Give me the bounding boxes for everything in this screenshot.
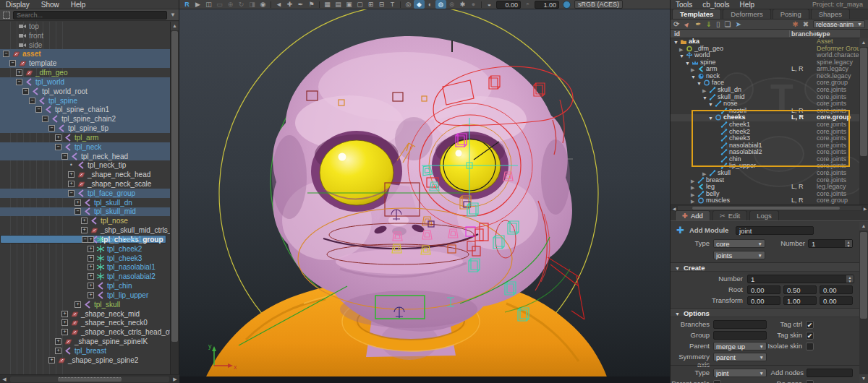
outliner-item-_shape_spine_spine2[interactable]: +_shape_spine_spine2 <box>0 356 171 365</box>
collapse-icon[interactable]: − <box>42 116 48 122</box>
parent-scale-checkbox[interactable] <box>713 380 721 383</box>
rocket-icon[interactable]: ▲ <box>682 19 693 30</box>
outliner-item-tpl_world_root[interactable]: −tpl_world_root <box>0 87 171 96</box>
type-select[interactable]: core▼ <box>713 239 765 248</box>
texture-view-icon[interactable]: T <box>387 0 398 9</box>
outliner-item-side[interactable]: side <box>0 40 171 50</box>
module-name-input[interactable]: joint <box>736 226 814 235</box>
scroll-up-icon[interactable]: ▲ <box>171 22 179 30</box>
outliner-item-tpl_cheek3[interactable]: +tpl_cheek3 <box>0 254 171 263</box>
scroll-left-icon[interactable]: ◀ <box>0 376 9 382</box>
root-y-input[interactable]: 0.50 <box>783 285 817 294</box>
paint-tool-icon[interactable]: ✒ <box>295 0 306 9</box>
duplicate-icon[interactable]: ❏ <box>725 20 731 29</box>
expand-icon[interactable]: + <box>55 134 61 141</box>
outliner-item-tpl_cheek1[interactable]: +tpl_cheek1 <box>0 235 171 244</box>
root-x-input[interactable]: 0.00 <box>747 285 780 294</box>
gamma-icon[interactable]: ◓ <box>522 0 533 9</box>
expand-icon[interactable]: + <box>81 227 88 233</box>
expand-icon[interactable]: + <box>75 301 81 308</box>
outliner-item-_shape_neck_head[interactable]: +_shape_neck_head <box>0 170 171 179</box>
3d-scene[interactable]: y x <box>179 9 671 383</box>
expand-icon[interactable]: + <box>61 329 68 335</box>
import-icon[interactable]: ⇓ <box>706 20 712 29</box>
branches-input[interactable] <box>713 320 767 329</box>
viewport[interactable]: R▶◫▭⊕↻◨◉◄✚✒⚑▦▤▣▢⊞⊟T◎◆◐◍⊗✱●◒0.00◓1.00sRGB… <box>179 0 671 383</box>
resolution-gate-icon[interactable]: ⊕ <box>225 0 236 9</box>
column-type[interactable]: type <box>817 30 830 38</box>
expand-icon[interactable]: + <box>88 236 94 243</box>
column-id[interactable]: id <box>674 30 680 38</box>
tab-posing[interactable]: Posing <box>773 9 809 19</box>
outliner-item-tpl_spine_chain1[interactable]: −tpl_spine_chain1 <box>0 105 171 114</box>
tab-templates[interactable]: Templates <box>672 9 721 19</box>
expand-icon[interactable]: + <box>88 283 94 289</box>
expand-icon[interactable]: + <box>75 199 81 206</box>
expand-icon[interactable]: + <box>68 181 75 187</box>
outliner-item-tpl_skull_mid[interactable]: −tpl_skull_mid <box>0 207 171 217</box>
gate-mask-icon[interactable]: ◨ <box>247 0 258 9</box>
expand-icon[interactable]: + <box>61 311 68 317</box>
scroll-right-icon[interactable]: ▶ <box>171 376 179 382</box>
do-pose-checkbox[interactable] <box>806 380 814 383</box>
expand-icon[interactable]: + <box>55 348 61 354</box>
tab-shapes[interactable]: Shapes <box>811 9 850 19</box>
bug-icon[interactable]: ✱ <box>792 20 798 29</box>
search-input[interactable] <box>13 11 167 20</box>
add-nodes-input[interactable] <box>807 369 853 377</box>
expand-icon[interactable]: + <box>48 357 55 363</box>
outliner-item-tpl_spine_chain2[interactable]: −tpl_spine_chain2 <box>0 114 171 124</box>
collapse-icon[interactable]: − <box>16 79 22 85</box>
menu-cb_tools[interactable]: cb_tools <box>702 1 729 9</box>
dof-icon[interactable]: ● <box>468 0 479 9</box>
outliner-item-tpl_neck[interactable]: −tpl_neck <box>0 142 171 152</box>
collapse-icon[interactable]: − <box>61 153 68 160</box>
root-z-input[interactable]: 0.00 <box>820 285 853 294</box>
outliner-item-_shp_skull_mid_ctrls_0[interactable]: +_shp_skull_mid_ctrls_0 <box>0 225 171 235</box>
trash-icon[interactable]: ▯ <box>716 20 720 29</box>
expand-icon[interactable]: + <box>55 338 61 345</box>
menu-help[interactable]: Help <box>71 1 86 9</box>
collapse-icon[interactable]: − <box>68 190 75 197</box>
outliner-item-tpl_skull_dn[interactable]: +tpl_skull_dn <box>0 198 171 207</box>
outliner-item-_dfm_geo[interactable]: +_dfm_geo <box>0 68 171 77</box>
smooth-shade-icon[interactable]: ◐ <box>425 0 435 9</box>
outliner-item-tpl_face_group[interactable]: −tpl_face_group <box>0 189 171 198</box>
group-input[interactable] <box>713 331 767 340</box>
outliner-item-tpl_arm[interactable]: +tpl_arm <box>0 133 171 142</box>
outliner-item-front[interactable]: front <box>0 31 171 40</box>
transform-y-input[interactable]: 1.00 <box>783 296 817 305</box>
outliner-item-tpl_cheek2[interactable]: +tpl_cheek2 <box>0 244 171 254</box>
outliner-horizontal-scrollbar[interactable]: ◀ ▶ <box>0 374 179 383</box>
anti-alias-icon[interactable]: ✱ <box>457 0 468 9</box>
outliner-item-_shape_neck_scale[interactable]: +_shape_neck_scale <box>0 179 171 189</box>
filter-icon[interactable] <box>3 12 10 19</box>
renderer-icon[interactable]: R <box>182 0 192 9</box>
panel-layout-icon[interactable]: ◫ <box>203 0 214 9</box>
options-section-header[interactable]: ▼Options <box>671 308 860 317</box>
refresh-icon[interactable]: ⟳ <box>673 20 679 29</box>
expand-icon[interactable]: + <box>88 264 94 270</box>
expand-icon[interactable]: ▶ <box>691 198 694 205</box>
expand-icon[interactable]: + <box>61 319 68 326</box>
expand-icon[interactable]: + <box>88 255 94 262</box>
outliner-item-_shape_neck_ctrls_head_offset[interactable]: +_shape_neck_ctrls_head_offset <box>0 327 171 337</box>
outliner-item-tpl_neck_tip[interactable]: •tpl_neck_tip <box>0 160 171 170</box>
outliner-item-top[interactable]: top <box>0 22 171 31</box>
shaded-wire-icon[interactable]: ◆ <box>414 0 425 9</box>
transform-z-input[interactable]: 0.00 <box>820 296 853 305</box>
form-vertical-scrollbar[interactable]: ▲ ▼ <box>859 222 868 383</box>
brush-icon[interactable]: ✒ <box>695 20 701 29</box>
collapse-icon[interactable]: − <box>55 144 61 150</box>
outliner-item-tpl_nose[interactable]: +tpl_nose <box>0 216 171 225</box>
subtab-add[interactable]: ✚Add <box>675 210 710 220</box>
shade-textured-icon[interactable]: ▣ <box>344 0 354 9</box>
colorspace-select[interactable]: sRGB (ACES) <box>574 0 623 9</box>
create-number-input[interactable]: 1 <box>747 275 854 283</box>
mirror-cut-icon[interactable]: ✖ <box>803 20 809 29</box>
outliner-item-_shape_neck_mid[interactable]: +_shape_neck_mid <box>0 309 171 319</box>
outliner-item-tpl_world[interactable]: −tpl_world <box>0 77 171 87</box>
expand-icon[interactable]: + <box>88 246 94 252</box>
camera-select-icon[interactable]: ◄ <box>273 0 284 9</box>
outliner-item-tpl_skull[interactable]: +tpl_skull <box>0 300 171 309</box>
